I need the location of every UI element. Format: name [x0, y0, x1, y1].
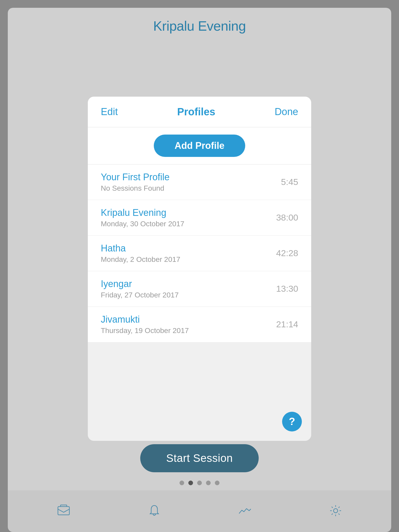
profile-info: Hatha Monday, 2 October 2017: [101, 243, 180, 264]
modal-header: Edit Profiles Done: [88, 97, 311, 127]
profile-info: Iyengar Friday, 27 October 2017: [101, 278, 179, 299]
modal-title: Profiles: [177, 106, 215, 118]
add-profile-button[interactable]: Add Profile: [154, 135, 245, 157]
profile-info: Kripalu Evening Monday, 30 October 2017: [101, 207, 184, 228]
profiles-modal: Edit Profiles Done Add Profile Your Firs…: [88, 97, 311, 441]
profile-time: 38:00: [276, 212, 298, 223]
profile-info: Jivamukti Thursday, 19 October 2017: [101, 314, 189, 335]
table-row[interactable]: Kripalu Evening Monday, 30 October 2017 …: [88, 200, 311, 236]
profile-list: Your First Profile No Sessions Found 5:4…: [88, 164, 311, 342]
profile-time: 5:45: [281, 177, 298, 187]
profile-subtitle: Monday, 30 October 2017: [101, 220, 184, 228]
profile-info: Your First Profile No Sessions Found: [101, 172, 170, 192]
profile-subtitle: No Sessions Found: [101, 184, 170, 192]
profile-name: Iyengar: [101, 278, 179, 289]
edit-button[interactable]: Edit: [101, 106, 118, 117]
profile-subtitle: Monday, 2 October 2017: [101, 255, 180, 264]
profile-name: Jivamukti: [101, 314, 189, 325]
add-profile-section: Add Profile: [88, 127, 311, 164]
profile-name: Hatha: [101, 243, 180, 254]
table-row[interactable]: Hatha Monday, 2 October 2017 42:28: [88, 236, 311, 271]
table-row[interactable]: Your First Profile No Sessions Found 5:4…: [88, 164, 311, 200]
help-button[interactable]: ?: [282, 412, 302, 431]
profile-subtitle: Friday, 27 October 2017: [101, 291, 179, 299]
modal-overlay: Edit Profiles Done Add Profile Your Firs…: [0, 0, 399, 532]
modal-empty-area: ?: [88, 342, 311, 441]
profile-subtitle: Thursday, 19 October 2017: [101, 327, 189, 335]
profile-time: 13:30: [276, 284, 298, 294]
table-row[interactable]: Iyengar Friday, 27 October 2017 13:30: [88, 271, 311, 307]
profile-time: 21:14: [276, 319, 298, 329]
done-button[interactable]: Done: [275, 106, 298, 117]
table-row[interactable]: Jivamukti Thursday, 19 October 2017 21:1…: [88, 307, 311, 342]
profile-name: Kripalu Evening: [101, 207, 184, 218]
profile-name: Your First Profile: [101, 172, 170, 183]
profile-time: 42:28: [276, 248, 298, 258]
